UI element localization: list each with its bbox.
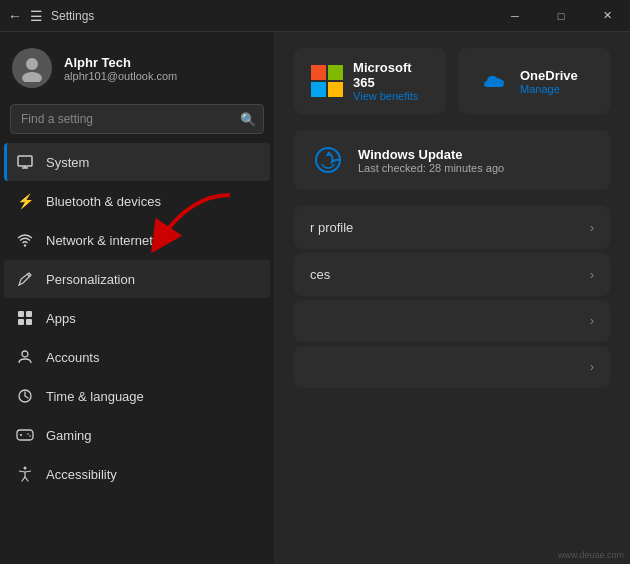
svg-rect-21 [328,82,343,97]
content-area: Microsoft 365 View benefits OneDrive Man… [274,32,630,564]
search-input[interactable] [10,104,264,134]
chevron-right-icon: › [590,360,594,374]
section-row-label: ces [310,267,330,282]
chevron-right-icon: › [590,314,594,328]
sidebar-item-label: Accessibility [46,467,117,482]
user-info: Alphr Tech alphr101@outlook.com [64,55,177,82]
section-row-4[interactable]: › [294,346,610,388]
microsoft365-icon [310,63,343,99]
sidebar-item-label: Network & internet [46,233,153,248]
user-email: alphr101@outlook.com [64,70,177,82]
windows-update-card[interactable]: Windows Update Last checked: 28 minutes … [294,130,610,190]
section-row-ces[interactable]: ces › [294,253,610,296]
onedrive-subtitle[interactable]: Manage [520,83,578,95]
nav-list: System ⚡ Bluetooth & devices Network & i… [0,142,274,564]
network-icon [16,231,34,249]
svg-rect-9 [26,319,32,325]
windows-update-info: Windows Update Last checked: 28 minutes … [358,147,504,174]
svg-rect-2 [18,156,32,166]
onedrive-info: OneDrive Manage [520,68,578,95]
sidebar-item-apps[interactable]: Apps [4,299,270,337]
svg-point-17 [24,467,27,470]
user-section[interactable]: Alphr Tech alphr101@outlook.com [0,32,274,100]
onedrive-card[interactable]: OneDrive Manage [458,48,610,114]
onedrive-icon [474,63,510,99]
microsoft365-title: Microsoft 365 [353,60,430,90]
sidebar-item-system[interactable]: System [4,143,270,181]
sidebar-item-accessibility[interactable]: Accessibility [4,455,270,493]
chevron-right-icon: › [590,268,594,282]
content-inner: Microsoft 365 View benefits OneDrive Man… [274,32,630,408]
chevron-right-icon: › [590,221,594,235]
accounts-icon [16,348,34,366]
svg-rect-19 [328,65,343,80]
microsoft365-info: Microsoft 365 View benefits [353,60,430,102]
svg-rect-20 [311,82,326,97]
search-box: 🔍 [10,104,264,134]
avatar [12,48,52,88]
sidebar-item-label: Bluetooth & devices [46,194,161,209]
sidebar-item-personalization[interactable]: Personalization [4,260,270,298]
section-row-label: r profile [310,220,353,235]
user-name: Alphr Tech [64,55,177,70]
sidebar-item-label: Apps [46,311,76,326]
svg-rect-7 [26,311,32,317]
svg-rect-18 [311,65,326,80]
section-row-3[interactable]: › [294,300,610,342]
window-controls: ─ □ ✕ [492,0,630,32]
quick-cards: Microsoft 365 View benefits OneDrive Man… [294,48,610,114]
title-bar-left: ← ☰ Settings [8,8,94,24]
sidebar-item-bluetooth[interactable]: ⚡ Bluetooth & devices [4,182,270,220]
app-title: Settings [51,9,94,23]
svg-point-15 [27,433,29,435]
svg-rect-12 [17,430,33,440]
sidebar-item-gaming[interactable]: Gaming [4,416,270,454]
gaming-icon [16,426,34,444]
time-icon [16,387,34,405]
close-button[interactable]: ✕ [584,0,630,32]
main-layout: Alphr Tech alphr101@outlook.com 🔍 System [0,32,630,564]
back-button[interactable]: ← [8,8,22,24]
svg-point-16 [29,435,31,437]
maximize-button[interactable]: □ [538,0,584,32]
sidebar: Alphr Tech alphr101@outlook.com 🔍 System [0,32,274,564]
microsoft365-card[interactable]: Microsoft 365 View benefits [294,48,446,114]
svg-rect-8 [18,319,24,325]
microsoft365-subtitle[interactable]: View benefits [353,90,430,102]
sidebar-item-time[interactable]: Time & language [4,377,270,415]
sidebar-item-accounts[interactable]: Accounts [4,338,270,376]
sidebar-item-label: Gaming [46,428,92,443]
svg-point-0 [26,58,38,70]
svg-point-1 [22,72,42,82]
system-icon [16,153,34,171]
accessibility-icon [16,465,34,483]
windows-update-subtitle: Last checked: 28 minutes ago [358,162,504,174]
section-row-profile[interactable]: r profile › [294,206,610,249]
svg-point-5 [24,244,26,246]
onedrive-title: OneDrive [520,68,578,83]
minimize-button[interactable]: ─ [492,0,538,32]
bluetooth-icon: ⚡ [16,192,34,210]
search-icon: 🔍 [240,112,256,127]
title-bar: ← ☰ Settings ─ □ ✕ [0,0,630,32]
windows-update-title: Windows Update [358,147,504,162]
sidebar-item-network[interactable]: Network & internet [4,221,270,259]
sidebar-item-label: Time & language [46,389,144,404]
svg-rect-6 [18,311,24,317]
sidebar-item-label: Accounts [46,350,99,365]
personalization-icon [16,270,34,288]
menu-button[interactable]: ☰ [30,8,43,24]
apps-icon [16,309,34,327]
sidebar-item-label: System [46,155,89,170]
windows-update-icon [310,142,346,178]
svg-point-10 [22,351,28,357]
sidebar-item-label: Personalization [46,272,135,287]
